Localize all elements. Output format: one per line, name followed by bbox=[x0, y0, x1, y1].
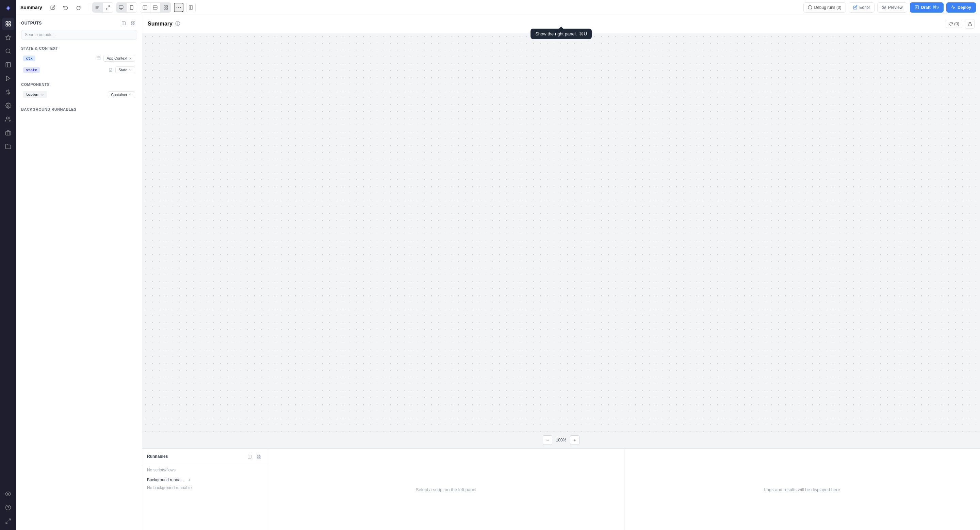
columns-button[interactable] bbox=[140, 3, 150, 12]
components-label: Components bbox=[16, 80, 142, 89]
grid-button[interactable] bbox=[161, 3, 171, 12]
desktop-view-button[interactable] bbox=[116, 3, 127, 12]
refresh-count: (0) bbox=[954, 21, 959, 26]
toolbar: Summary bbox=[16, 0, 980, 15]
edit-button[interactable] bbox=[48, 3, 58, 12]
mobile-view-button[interactable] bbox=[127, 3, 137, 12]
bg-runnables-section: Background runna... + No background runn… bbox=[147, 477, 263, 490]
state-context-label: State & Context bbox=[16, 44, 142, 53]
toolbar-divider bbox=[88, 4, 88, 11]
layout-btn-group bbox=[92, 2, 113, 13]
search-box bbox=[21, 30, 137, 40]
fullscreen-button[interactable] bbox=[103, 3, 113, 12]
nav-expand-icon[interactable] bbox=[2, 515, 14, 527]
svg-rect-38 bbox=[166, 8, 167, 9]
canvas-header: Summary ⓘ Show the right panel. ⌘U (0) bbox=[142, 15, 980, 33]
extra-view-btn-group bbox=[140, 2, 171, 13]
more-options-button[interactable]: ⋯ bbox=[174, 3, 183, 12]
svg-rect-63 bbox=[259, 457, 261, 458]
align-left-button[interactable] bbox=[92, 3, 103, 12]
ctx-right: App Context bbox=[96, 55, 135, 62]
outputs-grid-icon[interactable] bbox=[129, 19, 137, 27]
state-type-dropdown[interactable]: State bbox=[115, 66, 135, 73]
svg-rect-2 bbox=[8, 21, 10, 23]
view-btn-group bbox=[116, 2, 137, 13]
svg-rect-52 bbox=[131, 24, 133, 25]
topbar-badge-text: topbar bbox=[26, 92, 40, 97]
draft-shortcut: ⌘S bbox=[933, 5, 939, 10]
zoom-out-button[interactable]: − bbox=[543, 435, 552, 445]
topbar-type-dropdown[interactable]: Container bbox=[108, 91, 135, 98]
topbar-component-row: topbar ☞ Container bbox=[18, 89, 140, 100]
no-scripts-text: No scripts/flows bbox=[147, 468, 263, 473]
state-type-icon bbox=[108, 67, 113, 73]
preview-label: Preview bbox=[888, 5, 903, 10]
runnables-body: No scripts/flows Background runna... + N… bbox=[142, 464, 268, 493]
canvas-dotted[interactable] bbox=[142, 33, 980, 431]
svg-line-25 bbox=[108, 5, 110, 7]
search-input[interactable] bbox=[21, 30, 137, 40]
svg-rect-40 bbox=[189, 5, 193, 9]
nav-home-icon[interactable] bbox=[2, 18, 14, 30]
panel-toggle-button[interactable] bbox=[186, 3, 196, 12]
refresh-button[interactable]: (0) bbox=[946, 20, 962, 28]
debug-runs-label: Debug runs (0) bbox=[814, 5, 842, 10]
state-row: state State bbox=[18, 65, 140, 75]
runnables-icon-1[interactable] bbox=[245, 452, 253, 461]
runnables-header: Runnables bbox=[142, 449, 268, 464]
runnables-icon-2[interactable] bbox=[255, 452, 263, 461]
outputs-collapse-icon[interactable] bbox=[119, 19, 127, 27]
nav-settings-icon[interactable] bbox=[2, 99, 14, 112]
svg-point-6 bbox=[6, 49, 10, 53]
svg-rect-50 bbox=[134, 21, 135, 23]
rows-button[interactable] bbox=[150, 3, 161, 12]
svg-line-7 bbox=[9, 52, 10, 53]
app-logo[interactable] bbox=[3, 3, 14, 14]
svg-rect-64 bbox=[257, 457, 259, 458]
undo-button[interactable] bbox=[60, 3, 71, 12]
ctx-type-icon bbox=[96, 56, 102, 61]
draft-label: Draft bbox=[921, 5, 931, 10]
main-area: Summary bbox=[16, 0, 980, 530]
deploy-button[interactable]: Deploy bbox=[946, 2, 976, 13]
nav-dollar-icon[interactable] bbox=[2, 86, 14, 98]
content-area: Outputs State & Context ctx bbox=[16, 15, 980, 530]
topbar-badge[interactable]: topbar ☞ bbox=[23, 91, 47, 98]
ctx-badge: ctx bbox=[23, 56, 35, 61]
svg-marker-5 bbox=[5, 35, 11, 40]
script-panel: Select a script on the left panel bbox=[268, 449, 624, 530]
ctx-type-dropdown[interactable]: App Context bbox=[103, 55, 135, 62]
zoom-level: 100% bbox=[555, 438, 567, 442]
nav-search-icon[interactable] bbox=[2, 45, 14, 57]
logs-placeholder-msg: Logs and results will be displayed here bbox=[764, 487, 840, 492]
preview-button[interactable]: Preview bbox=[877, 2, 907, 13]
editor-button[interactable]: Editor bbox=[849, 2, 875, 13]
canvas-header-right: (0) bbox=[946, 19, 975, 29]
nav-star-icon[interactable] bbox=[2, 31, 14, 44]
nav-folder-icon[interactable] bbox=[2, 140, 14, 153]
nav-users-icon[interactable] bbox=[2, 113, 14, 125]
no-bg-runnable-text: No background runnable bbox=[147, 485, 263, 490]
nav-help-icon[interactable] bbox=[2, 501, 14, 514]
canvas-lock-button[interactable] bbox=[965, 19, 975, 29]
svg-rect-61 bbox=[257, 455, 259, 456]
svg-rect-15 bbox=[5, 131, 11, 135]
logs-panel: Logs and results will be displayed here bbox=[624, 449, 980, 530]
nav-eye-icon[interactable] bbox=[2, 488, 14, 500]
outputs-header: Outputs bbox=[16, 15, 142, 30]
redo-button[interactable] bbox=[73, 3, 84, 12]
add-bg-runnable-button[interactable]: + bbox=[186, 477, 192, 483]
svg-point-13 bbox=[7, 105, 9, 107]
svg-rect-36 bbox=[164, 5, 165, 7]
nav-play-icon[interactable] bbox=[2, 72, 14, 85]
state-badge: state bbox=[23, 67, 40, 73]
debug-runs-button[interactable]: Debug runs (0) bbox=[803, 2, 846, 13]
draft-button[interactable]: Draft ⌘S bbox=[910, 2, 943, 13]
nav-briefcase-icon[interactable] bbox=[2, 127, 14, 139]
canvas-info-icon[interactable]: ⓘ bbox=[175, 21, 180, 27]
nav-layout-icon[interactable] bbox=[2, 59, 14, 71]
bg-runnables-label: Background runnables bbox=[16, 105, 142, 113]
runnables-panel: Runnables No scripts/flo bbox=[142, 449, 268, 530]
zoom-in-button[interactable]: + bbox=[570, 435, 579, 445]
state-right: State bbox=[108, 66, 135, 73]
